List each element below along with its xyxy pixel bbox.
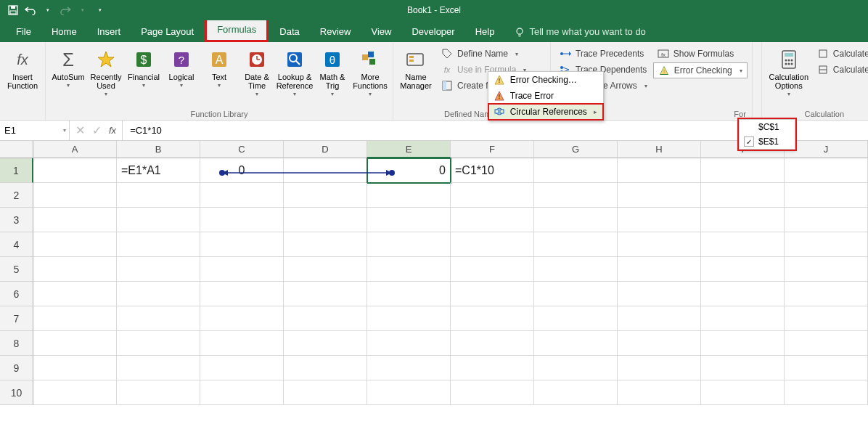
svg-text:$: $ <box>141 54 147 66</box>
date-time-button[interactable]: Date & Time▾ <box>239 45 275 98</box>
row-6[interactable]: 6 <box>0 282 33 306</box>
svg-point-56 <box>790 60 793 62</box>
name-manager-button[interactable]: Name Manager <box>398 45 434 93</box>
col-b[interactable]: B <box>117 141 200 158</box>
circular-ref-c1[interactable]: $C$1 <box>740 120 795 134</box>
tab-formulas[interactable]: Formulas <box>205 17 269 42</box>
cell-h1[interactable] <box>618 158 701 183</box>
col-a[interactable]: A <box>33 141 117 158</box>
math-trig-button[interactable]: θMath & Trig▾ <box>314 45 351 98</box>
text-icon: A <box>208 48 231 71</box>
cell-a1[interactable] <box>33 158 117 183</box>
calculate-sheet-button[interactable]: Calculate S <box>813 62 868 77</box>
enter-icon[interactable]: ✓ <box>92 123 102 137</box>
name-box-dropdown-icon[interactable]: ▾ <box>63 127 66 134</box>
cell-f1[interactable]: =C1*10 <box>451 158 534 183</box>
logical-icon: ? <box>170 48 193 71</box>
cancel-icon[interactable]: ✕ <box>75 123 85 137</box>
col-e[interactable]: E <box>367 141 451 158</box>
tab-file[interactable]: File <box>6 22 41 42</box>
cell-e1[interactable]: 0 <box>367 158 451 183</box>
row-1[interactable]: 1 <box>0 158 33 183</box>
ribbon-tabs: File Home Insert Page Layout Formulas Da… <box>0 20 868 42</box>
group-watch-window: tch ow <box>753 42 762 120</box>
menu-circular-references[interactable]: Circular References▸ <box>488 104 603 120</box>
row-5[interactable]: 5 <box>0 257 33 282</box>
undo-more-icon[interactable]: ▾ <box>42 4 54 16</box>
row-3[interactable]: 3 <box>0 208 33 232</box>
formula-bar: E1▾ ✕ ✓ fx =C1*10 <box>0 121 868 141</box>
col-c[interactable]: C <box>200 141 284 158</box>
svg-point-33 <box>560 66 563 69</box>
col-h[interactable]: H <box>618 141 701 158</box>
cell-j1[interactable] <box>785 158 868 183</box>
show-formulas-icon: fx <box>658 48 669 60</box>
col-d[interactable]: D <box>284 141 367 158</box>
tab-help[interactable]: Help <box>465 22 505 42</box>
row-10[interactable]: 10 <box>0 380 33 405</box>
fx-icon-small[interactable]: fx <box>109 125 116 136</box>
cell-g1[interactable] <box>534 158 618 183</box>
svg-point-58 <box>787 63 790 65</box>
tab-page-layout[interactable]: Page Layout <box>131 22 204 42</box>
tab-home[interactable]: Home <box>41 22 87 42</box>
star-icon <box>94 48 118 71</box>
name-manager-icon <box>404 48 427 71</box>
menu-trace-error[interactable]: !Trace Error <box>488 88 603 104</box>
define-name-button[interactable]: Define Name▾ <box>437 46 546 61</box>
row-2[interactable]: 2 <box>0 183 33 208</box>
tab-developer[interactable]: Developer <box>401 22 464 42</box>
svg-rect-49 <box>500 110 504 113</box>
col-j[interactable]: J <box>785 141 868 158</box>
logical-button[interactable]: ?Logical▾ <box>163 45 200 98</box>
calculate-now-button[interactable]: Calculate N <box>813 46 868 61</box>
tell-me-search[interactable]: Tell me what you want to do <box>504 22 655 42</box>
group-formula-auditing: Trace Precedents Trace Dependents Remove… <box>551 42 753 120</box>
recently-used-button[interactable]: Recently Used▾ <box>88 45 124 98</box>
financial-icon: $ <box>132 48 155 71</box>
col-g[interactable]: G <box>534 141 618 158</box>
save-icon[interactable] <box>7 4 19 16</box>
lookup-reference-button[interactable]: Lookup & Reference▾ <box>277 45 313 98</box>
show-formulas-button[interactable]: fxShow Formulas <box>653 46 748 61</box>
group-calculation: Calculation Options▾ Calculate N Calcula… <box>762 42 868 120</box>
cell-c1[interactable]: 0 <box>200 158 284 183</box>
cell-b1[interactable]: =E1*A1 <box>117 158 200 183</box>
name-box[interactable]: E1▾ <box>0 121 70 140</box>
col-f[interactable]: F <box>451 141 534 158</box>
svg-rect-24 <box>369 59 375 65</box>
watch-window-button[interactable]: tch ow <box>757 45 762 90</box>
svg-rect-26 <box>409 56 414 58</box>
svg-point-55 <box>787 60 790 62</box>
svg-point-3 <box>517 28 523 34</box>
error-checking-button[interactable]: !Error Checking▾ <box>653 62 748 78</box>
menu-error-checking[interactable]: !Error Checking… <box>488 72 603 88</box>
tab-insert[interactable]: Insert <box>87 22 131 42</box>
financial-button[interactable]: $Financial▾ <box>126 45 162 98</box>
tab-data[interactable]: Data <box>269 22 309 42</box>
cell-a2[interactable] <box>33 183 117 208</box>
calculation-options-button[interactable]: Calculation Options▾ <box>766 45 811 98</box>
cell-d1[interactable] <box>284 158 367 183</box>
select-all-corner[interactable] <box>0 141 33 158</box>
cell-i1[interactable] <box>701 158 785 183</box>
text-button[interactable]: AText▾ <box>201 45 237 98</box>
trace-error-icon: ! <box>494 91 504 101</box>
insert-function-button[interactable]: fx Insert Function <box>4 45 41 90</box>
qat-customize-icon[interactable]: ▾ <box>94 4 106 16</box>
row-7[interactable]: 7 <box>0 306 33 331</box>
undo-icon[interactable] <box>25 4 36 16</box>
tab-review[interactable]: Review <box>310 22 361 42</box>
more-functions-button[interactable]: More Functions▾ <box>352 45 388 98</box>
trace-precedents-button[interactable]: Trace Precedents <box>555 46 652 61</box>
ribbon: fx Insert Function ΣAutoSum▾ Recently Us… <box>0 42 868 121</box>
spreadsheet-grid[interactable]: A B C D E F G H I J 1 =E1*A1 0 0 =C1*10 … <box>0 141 868 405</box>
row-9[interactable]: 9 <box>0 356 33 380</box>
tab-view[interactable]: View <box>361 22 401 42</box>
row-8[interactable]: 8 <box>0 331 33 356</box>
autosum-button[interactable]: ΣAutoSum▾ <box>50 45 86 98</box>
svg-text:!: ! <box>663 68 665 75</box>
row-4[interactable]: 4 <box>0 232 33 257</box>
circular-ref-e1[interactable]: ✓$E$1 <box>740 134 795 149</box>
warning-icon: ! <box>494 75 504 85</box>
